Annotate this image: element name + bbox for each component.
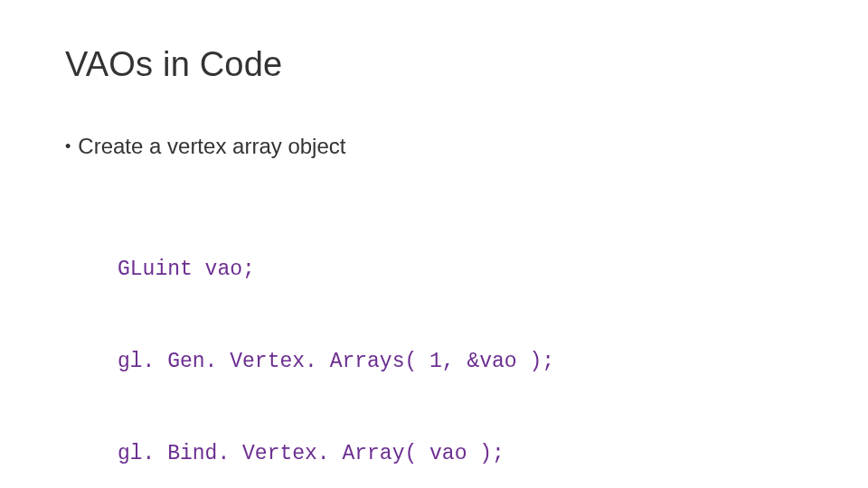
bullet-item: • Create a vertex array object	[65, 134, 345, 159]
code-block: GLuint vao; gl. Gen. Vertex. Arrays( 1, …	[118, 192, 554, 488]
bullet-dot-icon: •	[65, 134, 71, 159]
bullet-text: Create a vertex array object	[78, 134, 345, 159]
slide: VAOs in Code • Create a vertex array obj…	[0, 0, 868, 488]
code-line-2: gl. Gen. Vertex. Arrays( 1, &vao );	[118, 346, 554, 377]
slide-title: VAOs in Code	[65, 45, 282, 84]
code-line-3: gl. Bind. Vertex. Array( vao );	[118, 438, 554, 469]
code-line-1: GLuint vao;	[118, 254, 554, 285]
